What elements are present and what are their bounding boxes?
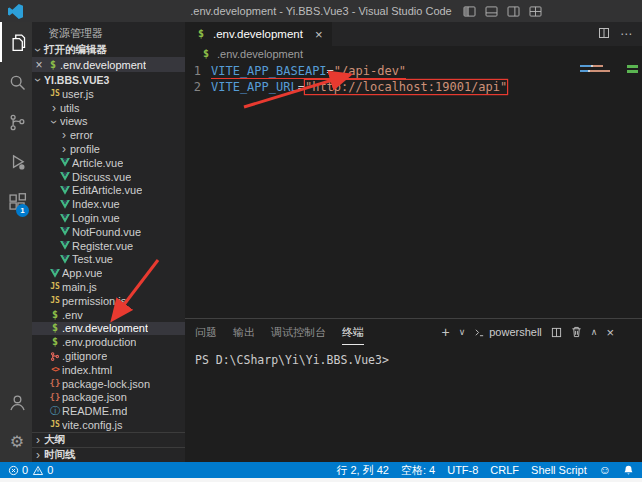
- toggle-sidebar-icon[interactable]: [463, 6, 476, 17]
- terminal-content[interactable]: PS D:\CSharp\Yi\Yi.BBS.Vue3>: [185, 345, 642, 462]
- js-icon: JS: [48, 283, 62, 291]
- file-name: Login.vue: [72, 212, 120, 224]
- project-root-label: YI.BBS.VUE3: [44, 74, 109, 86]
- activity-bar-bottom: ⚙: [0, 382, 32, 462]
- terminal-dropdown-icon[interactable]: ∨: [459, 328, 466, 337]
- shell-icon: $: [48, 310, 62, 320]
- notifications-bell-icon[interactable]: [623, 465, 634, 476]
- run-debug-icon[interactable]: [0, 142, 32, 182]
- panel-tab[interactable]: 调试控制台: [271, 319, 326, 345]
- bottom-panel: 问题输出调试控制台终端 + ∨ powershell ∧ × PS D:\CSh…: [185, 318, 642, 462]
- open-editors-header[interactable]: › 打开的编辑器: [32, 42, 185, 57]
- file-name: vite.config.js: [62, 419, 123, 431]
- js-icon: JS: [48, 90, 62, 98]
- editor-tab[interactable]: $ .env.development ×: [185, 22, 332, 46]
- panel-tab[interactable]: 终端: [342, 319, 364, 345]
- file-tree-item[interactable]: ›error: [32, 128, 185, 142]
- toggle-secondary-sidebar-icon[interactable]: [507, 6, 520, 17]
- chevron-right-icon: ›: [48, 101, 60, 115]
- explorer-icon[interactable]: [0, 22, 32, 62]
- file-tree-item[interactable]: Test.vue: [32, 253, 185, 267]
- timeline-section[interactable]: › 时间线: [32, 447, 185, 462]
- git-icon: [48, 351, 62, 362]
- account-icon[interactable]: [0, 382, 32, 422]
- problems-warnings[interactable]: 0: [32, 464, 53, 476]
- file-tree-item[interactable]: {}package.json: [32, 391, 185, 405]
- feedback-smiley-icon[interactable]: ☺: [599, 463, 611, 477]
- file-tree-item[interactable]: EditArticle.vue: [32, 184, 185, 198]
- outline-section[interactable]: › 大纲: [32, 432, 185, 447]
- panel-tab[interactable]: 问题: [195, 319, 217, 345]
- close-icon[interactable]: ×: [32, 58, 46, 72]
- file-tree-item[interactable]: Article.vue: [32, 156, 185, 170]
- file-tree-item[interactable]: $.env: [32, 308, 185, 322]
- file-tree-item[interactable]: {}package-lock.json: [32, 377, 185, 391]
- file-tree-item[interactable]: $.env.production: [32, 335, 185, 349]
- extensions-icon[interactable]: 1: [0, 182, 32, 222]
- file-tree-item[interactable]: ›views: [32, 115, 185, 129]
- file-name: utils: [60, 102, 80, 114]
- file-name: index.html: [62, 364, 112, 376]
- chevron-down-icon: ›: [32, 74, 45, 86]
- problems-errors[interactable]: 0: [8, 464, 28, 476]
- close-icon[interactable]: ×: [315, 27, 323, 42]
- indentation[interactable]: 空格: 4: [401, 463, 435, 478]
- minimap[interactable]: [580, 65, 620, 75]
- search-icon[interactable]: [0, 62, 32, 102]
- file-tree-item[interactable]: App.vue: [32, 266, 185, 280]
- env-key: VITE_APP_BASEAPI: [211, 64, 327, 78]
- file-tree-item[interactable]: Login.vue: [32, 211, 185, 225]
- toggle-panel-icon[interactable]: [485, 6, 498, 17]
- split-editor-icon[interactable]: [598, 27, 610, 42]
- more-actions-icon[interactable]: ⋯: [620, 27, 632, 41]
- sidebar-bottom-sections: › 大纲 › 时间线: [32, 432, 185, 462]
- file-tree-item[interactable]: JSmain.js: [32, 280, 185, 294]
- minimap-line: [580, 65, 620, 67]
- source-control-icon[interactable]: [0, 102, 32, 142]
- file-tree-item[interactable]: Discuss.vue: [32, 170, 185, 184]
- language-mode[interactable]: Shell Script: [531, 464, 587, 476]
- file-name: permission.js: [62, 295, 126, 307]
- json-icon: {}: [48, 379, 62, 388]
- panel-tabs: 问题输出调试控制台终端: [195, 319, 380, 345]
- file-name: Test.vue: [72, 253, 113, 265]
- terminal-instance-powershell[interactable]: powershell: [474, 326, 542, 338]
- file-tree-item[interactable]: ›profile: [32, 142, 185, 156]
- file-tree-item[interactable]: $.env.development: [32, 322, 185, 336]
- code-editor[interactable]: 1VITE_APP_BASEAPI="/api-dev"2VITE_APP_UR…: [185, 62, 642, 318]
- close-panel-icon[interactable]: ×: [606, 326, 614, 339]
- split-terminal-icon[interactable]: [551, 327, 562, 338]
- open-editor-item[interactable]: × $ .env.development: [32, 57, 185, 72]
- file-name: EditArticle.vue: [72, 184, 142, 196]
- file-tree-item[interactable]: JSpermission.js: [32, 294, 185, 308]
- editor-tab-bar: $ .env.development × ⋯: [185, 22, 642, 46]
- file-name: error: [70, 129, 93, 141]
- vscode-logo: [8, 4, 23, 19]
- vue-icon: [58, 158, 72, 167]
- vue-icon: [58, 200, 72, 209]
- eol-sequence[interactable]: CRLF: [490, 464, 519, 476]
- cursor-position[interactable]: 行 2, 列 42: [336, 463, 389, 478]
- new-terminal-icon[interactable]: +: [441, 325, 449, 339]
- file-tree-item[interactable]: Register.vue: [32, 239, 185, 253]
- file-tree-item[interactable]: .gitignore: [32, 349, 185, 363]
- file-tree-item[interactable]: JSuser.js: [32, 87, 185, 101]
- file-tree-item[interactable]: <>index.html: [32, 363, 185, 377]
- kill-terminal-icon[interactable]: [571, 326, 582, 338]
- file-tree-item[interactable]: Index.vue: [32, 197, 185, 211]
- file-tree-item[interactable]: NotFound.vue: [32, 225, 185, 239]
- breadcrumb[interactable]: $ .env.development: [185, 46, 642, 62]
- customize-layout-icon[interactable]: [529, 6, 542, 17]
- file-tree-item[interactable]: ›utils: [32, 101, 185, 115]
- file-tree-item[interactable]: ⓘREADME.md: [32, 404, 185, 418]
- maximize-panel-icon[interactable]: ∧: [591, 328, 598, 337]
- open-editor-file-name: .env.development: [60, 59, 146, 71]
- vue-icon: [58, 186, 72, 195]
- panel-tab[interactable]: 输出: [233, 319, 255, 345]
- project-root-header[interactable]: › YI.BBS.VUE3: [32, 72, 185, 87]
- workbench: 1 ⚙ 资源管理器 › 打开的编辑器 × $ .env.development …: [0, 22, 642, 462]
- file-name: README.md: [62, 405, 127, 417]
- encoding[interactable]: UTF-8: [447, 464, 478, 476]
- settings-gear-icon[interactable]: ⚙: [0, 422, 32, 462]
- file-tree-item[interactable]: JSvite.config.js: [32, 418, 185, 432]
